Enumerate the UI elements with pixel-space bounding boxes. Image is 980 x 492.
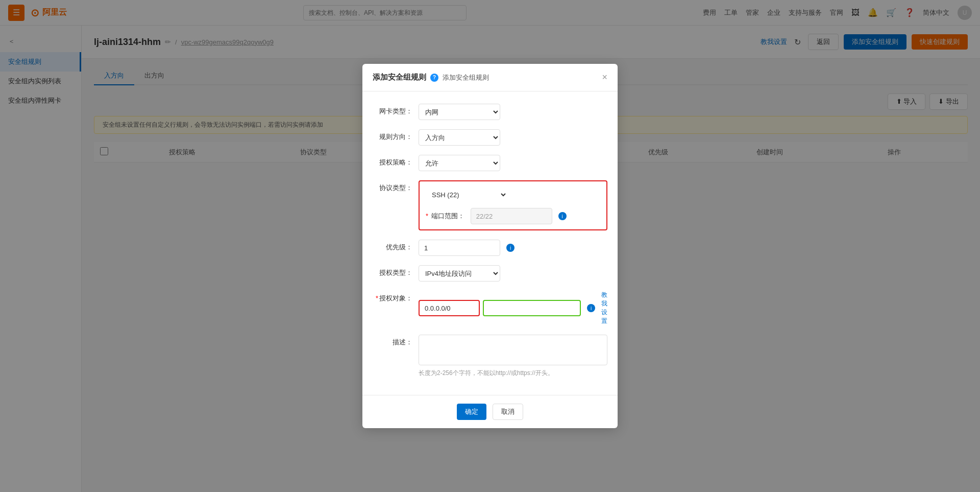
modal-body: 网卡类型： 内网 外网 规则方向： 入方向 出方向 (362, 91, 618, 395)
auth-object-extra-input[interactable] (483, 300, 581, 316)
description-control: 长度为2-256个字符，不能以http://或https://开头。 (419, 335, 607, 378)
description-row: 描述： 长度为2-256个字符，不能以http://或https://开头。 (373, 335, 607, 378)
modal-title-sub: 添加安全组规则 (443, 73, 489, 82)
priority-control: i (419, 240, 607, 256)
network-card-type-select[interactable]: 内网 外网 (419, 104, 500, 120)
add-rule-modal: 添加安全组规则 ? 添加安全组规则 × 网卡类型： 内网 外网 规则方向： (362, 64, 618, 428)
auth-object-control: i 教我设置 (419, 291, 607, 325)
rule-direction-label: 规则方向： (373, 129, 419, 142)
network-card-type-control: 内网 外网 (419, 104, 607, 120)
auth-object-input[interactable] (419, 300, 480, 316)
modal-help-icon[interactable]: ? (430, 74, 438, 82)
auth-type-control: IPv4地址段访问 IPv6地址段访问 安全组访问 (419, 265, 607, 282)
description-textarea[interactable] (419, 335, 607, 365)
auth-object-row: 授权对象： i 教我设置 (373, 291, 607, 325)
modal-close-button[interactable]: × (602, 72, 607, 83)
auth-type-select[interactable]: IPv4地址段访问 IPv6地址段访问 安全组访问 (419, 265, 500, 282)
protocol-type-row: 协议类型： SSH (22) HTTP (80) HTTPS (443) 所有T… (373, 180, 607, 230)
rule-direction-row: 规则方向： 入方向 出方向 (373, 129, 607, 146)
description-hint: 长度为2-256个字符，不能以http://或https://开头。 (419, 369, 607, 378)
auth-policy-label: 授权策略： (373, 155, 419, 167)
rule-direction-select[interactable]: 入方向 出方向 (419, 129, 500, 146)
modal-overlay: 添加安全组规则 ? 添加安全组规则 × 网卡类型： 内网 外网 规则方向： (0, 0, 980, 492)
auth-object-label: 授权对象： (373, 291, 419, 303)
network-card-type-row: 网卡类型： 内网 外网 (373, 104, 607, 120)
auth-type-label: 授权类型： (373, 265, 419, 277)
auth-policy-select[interactable]: 允许 拒绝 (419, 155, 500, 171)
priority-label: 优先级： (373, 240, 419, 252)
priority-row: 优先级： i (373, 240, 607, 256)
modal-footer: 确定 取消 (362, 395, 618, 428)
auth-policy-control: 允许 拒绝 (419, 155, 607, 171)
cancel-button[interactable]: 取消 (493, 404, 523, 420)
auth-object-help-icon[interactable]: i (587, 304, 595, 312)
protocol-type-label: 协议类型： (373, 180, 419, 193)
auth-policy-row: 授权策略： 允许 拒绝 (373, 155, 607, 171)
auth-object-help-link[interactable]: 教我设置 (601, 291, 607, 325)
protocol-type-select[interactable]: SSH (22) HTTP (80) HTTPS (443) 所有TCP 所有U… (426, 186, 507, 203)
auth-type-row: 授权类型： IPv4地址段访问 IPv6地址段访问 安全组访问 (373, 265, 607, 282)
protocol-inner-row: SSH (22) HTTP (80) HTTPS (443) 所有TCP 所有U… (426, 186, 600, 203)
port-range-input[interactable] (471, 208, 552, 224)
description-label: 描述： (373, 335, 419, 347)
priority-input[interactable] (419, 240, 500, 256)
priority-info-icon[interactable]: i (506, 244, 514, 252)
port-range-row: * 端口范围： i (426, 208, 600, 224)
network-card-type-label: 网卡类型： (373, 104, 419, 116)
confirm-button[interactable]: 确定 (457, 404, 486, 420)
modal-title: 添加安全组规则 ? 添加安全组规则 (373, 73, 489, 82)
rule-direction-control: 入方向 出方向 (419, 129, 607, 146)
protocol-section: SSH (22) HTTP (80) HTTPS (443) 所有TCP 所有U… (419, 180, 607, 230)
protocol-type-control: SSH (22) HTTP (80) HTTPS (443) 所有TCP 所有U… (419, 180, 607, 230)
port-range-label: 端口范围： (431, 212, 464, 220)
modal-title-text: 添加安全组规则 (373, 73, 426, 82)
modal-header: 添加安全组规则 ? 添加安全组规则 × (362, 64, 618, 91)
port-range-info-icon[interactable]: i (558, 212, 567, 220)
